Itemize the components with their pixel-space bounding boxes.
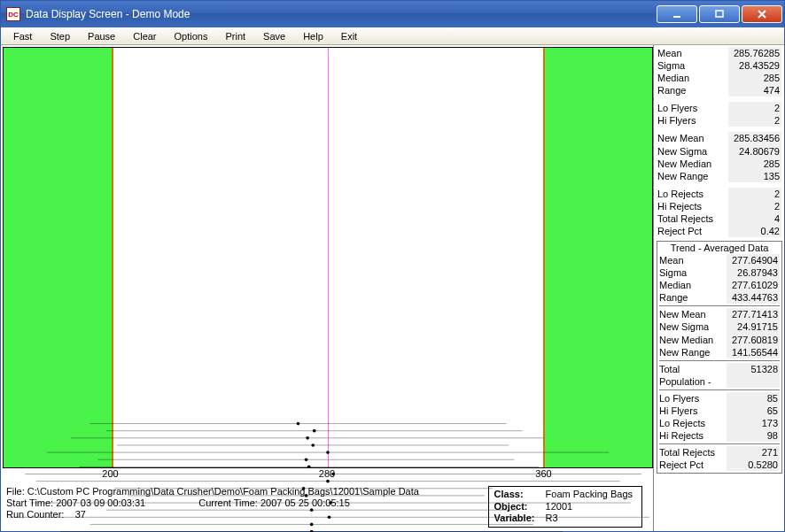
stat-row: Reject Pct0.42 [657,225,781,237]
stat-row: Mean277.64904 [659,254,780,266]
svg-point-11 [311,443,315,447]
stat-row: New Sigma24.91715 [659,320,780,333]
stat-label: Range [659,291,688,304]
menu-exit[interactable]: Exit [332,29,366,43]
stat-row: Median277.61029 [659,279,780,291]
stat-label: Lo Rejects [657,188,703,200]
svg-point-29 [310,508,314,512]
menu-print[interactable]: Print [216,29,254,43]
stat-value: 98 [727,429,780,442]
svg-point-15 [305,458,308,461]
stat-label: Lo Flyers [659,392,699,405]
titlebar: DC Data Display Screen - Demo Mode [1,1,784,27]
stat-label: Mean [659,254,684,266]
stat-label: New Sigma [659,320,709,333]
stat-value: 285 [728,158,781,170]
stat-value: 0.5280 [727,459,780,471]
stat-label: Total Population - [659,363,727,388]
chart-area [3,47,653,468]
tick-low: 200 [102,468,118,479]
stat-value: 24.80679 [728,145,781,158]
menu-clear[interactable]: Clear [124,29,165,43]
menubar: Fast Step Pause Clear Options Print Save… [1,27,784,45]
stat-value: 173 [727,417,780,429]
stat-value: 285 [728,72,781,84]
app-icon: DC [6,7,20,21]
stat-label: Lo Flyers [657,102,697,114]
x-axis: 200 280 360 [3,468,651,484]
stat-row: Total Rejects271 [659,446,780,459]
menu-save[interactable]: Save [254,29,294,43]
stat-row: Mean285.76285 [657,47,781,59]
menu-help[interactable]: Help [294,29,332,43]
stat-row: Total Rejects4 [657,212,781,225]
svg-point-25 [305,494,308,497]
stat-row: Lo Rejects2 [657,188,781,200]
svg-point-13 [326,451,330,454]
stat-value: 277.64904 [727,254,780,266]
svg-point-33 [310,523,314,527]
stat-row: Reject Pct0.5280 [659,459,780,471]
stat-value: 277.60819 [727,334,780,346]
stat-row: New Range135 [657,170,781,182]
stat-value: 277.61029 [727,279,780,291]
stat-row: Hi Rejects98 [659,429,780,442]
stat-label: Sigma [657,59,685,72]
stat-label: Total Rejects [657,212,713,225]
svg-point-9 [306,436,309,440]
stat-label: Reject Pct [657,225,702,237]
stat-label: New Mean [659,308,706,320]
stat-row: Hi Rejects2 [657,200,781,212]
stat-value: 271 [727,446,780,459]
stat-value: 135 [728,170,781,182]
trend-box: Trend - Averaged Data Mean277.64904Sigma… [657,241,782,474]
stat-value: 433.44763 [727,291,780,304]
stat-value: 85 [727,392,780,405]
stat-row: Total Population - 51328 [659,363,780,388]
left-pane: 200 280 360 File: C:\Custom PC Programmi… [1,45,653,531]
svg-point-31 [328,515,331,519]
stat-row: Hi Flyers65 [659,405,780,417]
minimize-button[interactable] [657,5,697,23]
stat-row: Range474 [657,84,781,96]
stat-label: New Range [657,170,708,182]
close-button[interactable] [742,5,782,23]
stat-row: New Range141.56544 [659,346,780,359]
stat-row: Range433.44763 [659,291,780,304]
stat-value: 277.71413 [727,308,780,320]
window-buttons [657,5,782,23]
menu-step[interactable]: Step [41,29,79,43]
svg-point-27 [329,501,332,505]
stat-label: New Range [659,346,710,359]
stat-row: Lo Flyers2 [657,102,781,114]
stat-label: Range [657,84,686,96]
stat-value: 141.56544 [727,346,780,359]
menu-options[interactable]: Options [166,29,217,43]
stat-value: 4 [728,212,781,225]
stat-label: Hi Flyers [659,405,697,417]
stat-label: New Median [659,334,713,346]
stat-label: Reject Pct [659,459,703,471]
stat-row: Median285 [657,72,781,84]
stat-value: 474 [728,84,781,96]
data-lines [4,48,652,532]
maximize-button[interactable] [699,5,740,23]
stat-value: 65 [727,405,780,417]
stat-label: Median [657,72,689,84]
menu-pause[interactable]: Pause [79,29,124,43]
stat-row: Lo Flyers85 [659,392,780,405]
stat-value: 26.87943 [727,266,780,279]
client-area: 200 280 360 File: C:\Custom PC Programmi… [1,45,784,531]
svg-point-23 [302,487,306,490]
stat-label: Total Rejects [659,446,715,459]
stat-row: New Median277.60819 [659,334,780,346]
svg-rect-1 [716,11,723,17]
stats-panel: Mean285.76285Sigma28.43529Median285Range… [653,45,784,531]
stat-row: New Median285 [657,158,781,170]
stat-label: Median [659,279,691,291]
tick-mid: 280 [319,468,335,479]
stat-value: 285.76285 [728,47,781,59]
stat-row: New Sigma24.80679 [657,145,781,158]
menu-fast[interactable]: Fast [4,29,41,43]
stat-value: 2 [728,102,781,114]
